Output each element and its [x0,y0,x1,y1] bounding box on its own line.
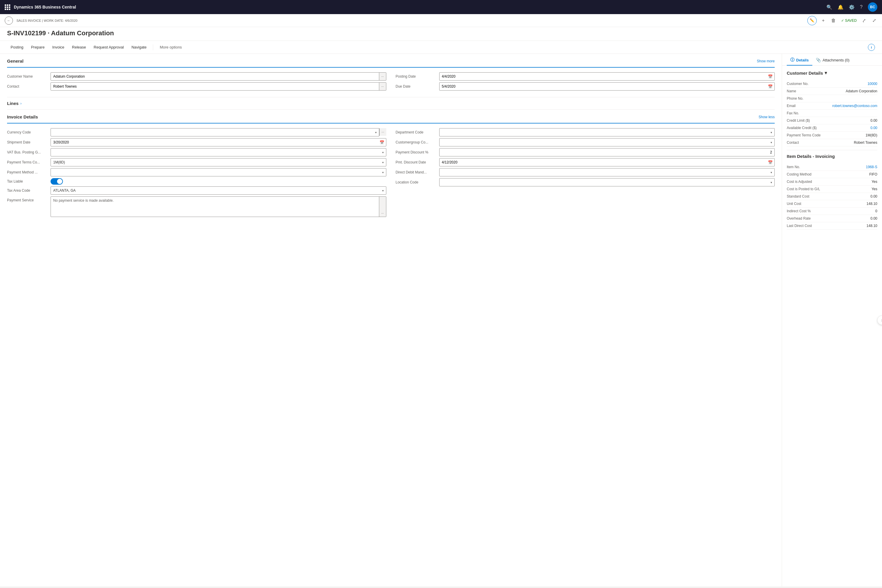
saved-indicator: ✓ SAVED [841,18,857,22]
settings-icon[interactable]: ⚙️ [849,4,855,10]
overhead-rate-value: 0.00 [870,216,877,220]
available-credit-value: 0.00 [870,126,877,130]
shipment-date-field[interactable]: 📅 [51,138,386,146]
scroll-right-button[interactable]: › [877,315,882,325]
shipment-date-input[interactable] [51,140,378,144]
posting-date-row: Posting Date 📅 [396,72,775,81]
posting-date-field[interactable]: 📅 [439,72,775,81]
info-button[interactable]: i [868,44,875,51]
open-new-window-icon[interactable]: ⤤ [861,16,867,24]
customer-group-row: Customergroup Co... ▾ [396,138,775,146]
payment-discount-field[interactable] [439,148,775,156]
posting-date-input[interactable] [440,74,766,78]
invoice-details-show-less[interactable]: Show less [759,115,775,119]
general-show-more[interactable]: Show more [757,59,775,63]
email-value[interactable]: robert.townes@contoso.com [832,104,877,108]
bell-icon[interactable]: 🔔 [838,4,843,10]
dept-code-dropdown[interactable]: ▾ [439,128,775,136]
direct-debit-row: Direct Debit Mand... ▾ [396,168,775,176]
add-button[interactable]: + [821,17,826,24]
unit-cost-row: Unit Cost 148.10 [787,200,877,208]
payment-method-row: Payment Method ... ▾ [7,168,386,176]
tax-liable-toggle[interactable] [51,178,63,184]
payment-discount-row: Payment Discount % [396,148,775,156]
cmd-request-approval[interactable]: Request Approval [90,43,128,51]
pmt-discount-date-field[interactable]: 📅 [439,158,775,166]
invoice-details-left: Currency Code ▾ ··· Shipment Date [7,128,386,219]
back-button[interactable]: ← [5,16,13,25]
customer-group-arrow: ▾ [771,141,772,144]
cmd-posting[interactable]: Posting [7,43,27,51]
pmt-discount-date-label: Pmt. Discount Date [396,160,437,164]
contact-field[interactable]: ··· [51,82,386,90]
invoice-details-title: Invoice Details [7,114,38,119]
payment-terms-dropdown[interactable]: 1M(8D) ▾ [51,158,386,166]
dept-code-label: Department Code [396,130,437,134]
currency-code-dropdown[interactable]: ▾ [51,128,379,136]
customer-no-value[interactable]: 10000 [868,82,877,86]
top-nav: Dynamics 365 Business Central 🔍 🔔 ⚙️ ? B… [0,0,882,14]
payment-method-dropdown[interactable]: ▾ [51,168,386,176]
item-no-value[interactable]: 1968-S [866,165,877,169]
details-tab-label: Details [796,58,809,62]
cmd-invoice[interactable]: Invoice [49,43,68,51]
expand-icon[interactable]: ⤢ [871,16,877,24]
customer-name-detail-value: Adatum Corporation [846,89,877,93]
customer-group-dropdown[interactable]: ▾ [439,138,775,146]
customer-details-section-title[interactable]: Customer Details ▾ [787,70,877,75]
general-right-col: Posting Date 📅 Due Date 📅 [396,72,775,92]
posting-date-calendar-icon[interactable]: 📅 [766,74,774,79]
contact-detail-label: Contact [787,141,799,145]
shipment-date-calendar-icon[interactable]: 📅 [378,140,386,145]
item-no-row: Item No. 1968-S [787,164,877,171]
tab-attachments[interactable]: 📎 Attachments (0) [812,54,853,66]
cmd-release[interactable]: Release [69,43,90,51]
indirect-cost-row: Indirect Cost % 0 [787,208,877,215]
right-panel: ⓘ Details 📎 Attachments (0) Customer Det… [782,54,882,586]
customer-name-detail-row: Name Adatum Corporation [787,88,877,95]
lines-chevron-icon: › [20,101,21,105]
apps-grid-icon[interactable] [5,4,10,10]
cmd-navigate[interactable]: Navigate [128,43,150,51]
cmd-more-options[interactable]: More options [156,43,185,51]
delete-button[interactable]: 🗑 [830,17,837,24]
due-date-field[interactable]: 📅 [439,82,775,90]
overhead-rate-row: Overhead Rate 0.00 [787,215,877,222]
direct-debit-dropdown[interactable]: ▾ [439,168,775,176]
currency-code-ellipsis[interactable]: ··· [379,128,386,136]
due-date-calendar-icon[interactable]: 📅 [766,84,774,89]
main-layout: General Show more Customer Name ··· Cont [0,54,882,586]
vat-arrow: ▾ [382,151,384,154]
contact-label: Contact [7,84,48,88]
due-date-input[interactable] [440,84,766,88]
location-code-dropdown[interactable]: ▾ [439,178,775,186]
fax-label: Fax No. [787,111,799,115]
search-icon[interactable]: 🔍 [826,4,832,10]
details-tab-icon: ⓘ [790,57,794,63]
due-date-row: Due Date 📅 [396,82,775,90]
available-credit-row: Available Credit ($) 0.00 [787,124,877,132]
contact-ellipsis[interactable]: ··· [379,82,386,90]
tax-area-dropdown[interactable]: ATLANTA, GA ▾ [51,186,386,195]
vat-row: VAT Bus. Posting G... ▾ [7,148,386,156]
pmt-discount-date-calendar-icon[interactable]: 📅 [766,160,774,165]
general-form: Customer Name ··· Contact ··· [7,72,775,92]
item-no-label: Item No. [787,165,800,169]
tab-details[interactable]: ⓘ Details [787,54,812,66]
cmd-prepare[interactable]: Prepare [27,43,48,51]
tax-liable-row: Tax Liable [7,178,386,184]
payment-service-ellipsis[interactable]: ··· [379,196,386,217]
fax-row: Fax No. [787,110,877,117]
pmt-discount-date-input[interactable] [440,160,766,164]
vat-dropdown[interactable]: ▾ [51,148,386,156]
avatar[interactable]: BC [868,2,877,12]
help-icon[interactable]: ? [860,4,862,10]
lines-section[interactable]: Lines › [7,97,775,110]
customer-name-input[interactable] [51,73,379,80]
payment-discount-input[interactable] [440,150,775,154]
customer-name-ellipsis[interactable]: ··· [379,73,386,80]
contact-input[interactable] [51,82,379,90]
payment-service-row: Payment Service No payment service is ma… [7,196,386,217]
edit-button[interactable]: ✏️ [807,16,817,25]
customer-name-field[interactable]: ··· [51,72,386,81]
